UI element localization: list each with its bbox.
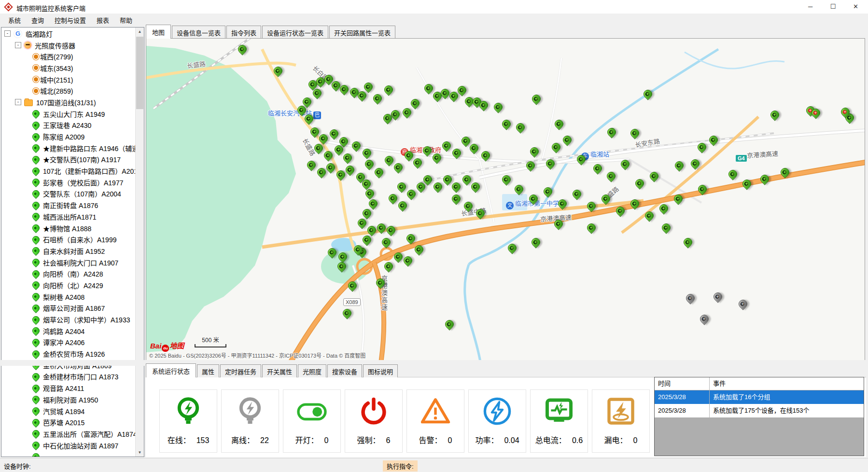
- tab-bottom-2[interactable]: 定时器任务: [220, 364, 261, 377]
- map-pin-green[interactable]: [405, 188, 417, 200]
- map-pin-green[interactable]: [629, 197, 641, 209]
- map-pin-green[interactable]: [392, 250, 404, 263]
- tree-item-18[interactable]: 石咀桥（自来水）A1999: [1, 234, 135, 245]
- map-pin-green[interactable]: [401, 106, 413, 118]
- tree-item-8[interactable]: 王家珑巷 A2430: [1, 120, 135, 131]
- map-pin-green[interactable]: [769, 109, 781, 121]
- map-pin-green[interactable]: [326, 246, 338, 258]
- map-pin-green[interactable]: [402, 254, 414, 266]
- map-pin-green[interactable]: [272, 65, 284, 77]
- map-pin-green[interactable]: [409, 97, 421, 109]
- tree-item-0[interactable]: -G临湘路灯: [1, 28, 135, 40]
- map-pin-green[interactable]: [385, 224, 397, 236]
- map-pin-green[interactable]: [658, 202, 670, 214]
- tab-main-1[interactable]: 设备信息一览表: [172, 26, 225, 39]
- map-pin-green[interactable]: [633, 177, 645, 189]
- event-row-0[interactable]: 2025/3/28 12:15:08系统加载了16个分组: [655, 390, 864, 404]
- map-pin-green[interactable]: [350, 139, 362, 152]
- map-pin-green[interactable]: [371, 92, 383, 104]
- menu-item-2[interactable]: 控制与设置: [49, 14, 91, 27]
- map-pin-green[interactable]: [672, 193, 684, 205]
- map-view[interactable]: 长盛路长白路长盛路长安东路长盛中路长盛路京港澳高速京港澳高速京港澳高速临湘长安汽…: [146, 38, 865, 361]
- map-pin-green[interactable]: [553, 118, 565, 130]
- map-pin-green[interactable]: [585, 222, 597, 234]
- map-pin-green[interactable]: [479, 149, 491, 161]
- map-pin-green[interactable]: [619, 158, 631, 170]
- tab-bottom-5[interactable]: 搜索设备: [327, 364, 362, 377]
- map-pin-green[interactable]: [346, 279, 358, 292]
- map-pin-green[interactable]: [322, 149, 334, 161]
- tab-main-0[interactable]: 地图: [146, 25, 171, 39]
- tree-item-27[interactable]: 谭家冲 A2406: [1, 337, 135, 348]
- map-pin-green[interactable]: [380, 236, 392, 248]
- map-pin-green[interactable]: [450, 180, 462, 193]
- map-pin-green[interactable]: [660, 222, 672, 234]
- map-pin-green[interactable]: [450, 147, 462, 159]
- map-pin-green[interactable]: [344, 164, 356, 176]
- tree-item-36[interactable]: 中石化加油站对面 A1897: [1, 440, 135, 451]
- menu-item-1[interactable]: 查询: [26, 14, 49, 27]
- map-pin-green[interactable]: [383, 154, 395, 166]
- map-pin-green[interactable]: [396, 199, 408, 211]
- map-pin-green[interactable]: [443, 318, 455, 330]
- map-pin-green[interactable]: [741, 178, 753, 190]
- tree-item-23[interactable]: 梨树巷 A2408: [1, 291, 135, 303]
- map-pin-green[interactable]: [469, 180, 481, 193]
- map-pin-green[interactable]: [779, 166, 791, 178]
- map-pin-green[interactable]: [341, 152, 353, 164]
- map-pin-green[interactable]: [605, 170, 617, 182]
- map-pin-green[interactable]: [591, 162, 603, 174]
- tab-bottom-4[interactable]: 光照度: [298, 364, 326, 377]
- scrollbar-thumb[interactable]: [136, 37, 143, 109]
- map-pin-green[interactable]: [530, 93, 542, 105]
- event-log-col-time[interactable]: 时间: [655, 377, 710, 390]
- map-pin-green[interactable]: [673, 159, 685, 171]
- map-pin-green[interactable]: [365, 224, 378, 236]
- tree-item-1[interactable]: -光照度传感器: [1, 40, 135, 51]
- map-pin-green[interactable]: [236, 43, 248, 55]
- map-pin-gray[interactable]: [698, 313, 710, 325]
- tree-item-35[interactable]: 五里派出所（富源汽配）A1874: [1, 428, 135, 440]
- map-pin-green[interactable]: [411, 156, 423, 168]
- map-pin-green[interactable]: [506, 242, 518, 254]
- tree-item-16[interactable]: 城西派出所A1871: [1, 211, 135, 222]
- map-pin-green[interactable]: [363, 158, 375, 170]
- map-pin-green[interactable]: [514, 121, 526, 133]
- tree-item-2[interactable]: 城西(2799): [1, 51, 135, 62]
- expand-toggle-icon[interactable]: -: [15, 99, 21, 105]
- map-pin-green[interactable]: [317, 132, 329, 144]
- map-pin-green[interactable]: [341, 307, 353, 319]
- map-pin-green[interactable]: [387, 192, 399, 204]
- map-pin-green[interactable]: [513, 183, 525, 195]
- tree-item-21[interactable]: 向阳桥（南）A2428: [1, 268, 135, 279]
- map-pin-green[interactable]: [544, 157, 556, 169]
- map-pin-green[interactable]: [500, 118, 512, 130]
- map-pin-green[interactable]: [336, 260, 348, 272]
- map-pin-green[interactable]: [395, 180, 407, 193]
- map-pin-green[interactable]: [382, 260, 394, 272]
- map-pin-green[interactable]: [642, 88, 654, 100]
- map-pin-green[interactable]: [758, 173, 770, 185]
- map-pin-green[interactable]: [432, 180, 444, 193]
- tree-item-22[interactable]: 向阳桥（北）A2429: [1, 279, 135, 291]
- map-pin-green[interactable]: [524, 159, 536, 171]
- tree-item-32[interactable]: 福利院对面 A1950: [1, 394, 135, 405]
- maximize-button[interactable]: ☐: [822, 0, 844, 14]
- map-pin-green[interactable]: [392, 161, 404, 173]
- map-pin-green[interactable]: [530, 236, 542, 248]
- map-pin-gray[interactable]: [684, 292, 696, 304]
- tab-bottom-3[interactable]: 开关属性: [262, 364, 297, 377]
- map-pin-green[interactable]: [561, 134, 573, 146]
- map-pin-green[interactable]: [361, 147, 373, 159]
- tree-item-7[interactable]: 五尖山大门东 A1949: [1, 108, 135, 120]
- expand-toggle-icon[interactable]: -: [4, 30, 11, 37]
- tree-item-31[interactable]: 观音路 A2411: [1, 382, 135, 394]
- tree-item-4[interactable]: 城中(2151): [1, 74, 135, 85]
- map-pin-green[interactable]: [707, 134, 719, 146]
- map-pin-green[interactable]: [468, 142, 480, 154]
- tree-item-17[interactable]: ★博物馆 A1888: [1, 222, 135, 234]
- scroll-up-icon[interactable]: ▲: [136, 28, 144, 36]
- tab-main-3[interactable]: 设备运行状态一览表: [262, 26, 328, 39]
- map-pin-green[interactable]: [528, 145, 540, 157]
- tree-item-28[interactable]: 金桥农贸市场 A1926: [1, 348, 135, 360]
